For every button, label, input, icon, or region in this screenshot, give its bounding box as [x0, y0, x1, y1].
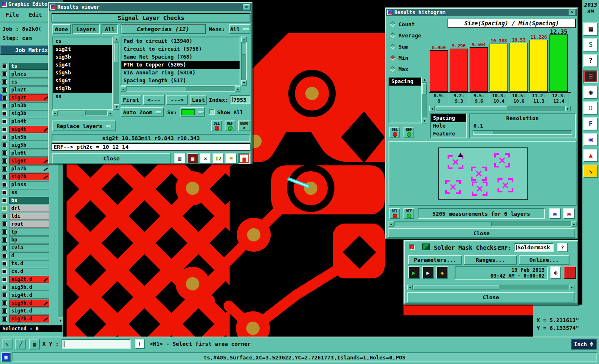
categories-list[interactable]: Pad to circuit (13940)Circuit to circuit… [121, 37, 240, 86]
measurement-type-list[interactable]: Spacing [389, 77, 422, 123]
layout-red-button[interactable]: ▣ [563, 208, 575, 219]
chart-scrollbar[interactable]: ◀▶ [429, 106, 571, 111]
erf-input[interactable]: Soldermask [514, 243, 554, 252]
layer-select-box[interactable] [2, 159, 7, 163]
del-button[interactable]: DEL [389, 127, 400, 138]
layer-row-sig5b.d[interactable]: sig5b.d [0, 299, 57, 307]
category-item[interactable]: Same Net Spacing (768) [121, 53, 240, 61]
histogram-bar[interactable] [490, 44, 508, 92]
undo-button[interactable]: UNDO ↺ [238, 121, 250, 131]
layer-row-sig7b[interactable]: sig7b [0, 173, 57, 181]
stat-min[interactable]: Min [389, 54, 421, 61]
scroll-right-icon[interactable]: ▶ [235, 86, 240, 92]
results-histogram-titlebar[interactable]: Results histogram × [386, 9, 577, 16]
scroll-track[interactable] [422, 82, 427, 118]
layer-select-box[interactable] [2, 269, 7, 274]
line-measure-button[interactable]: ╱ [15, 339, 26, 349]
sv-color-dropdown[interactable] [181, 107, 205, 117]
zoom-button[interactable]: ⊕ [550, 266, 561, 279]
scroll-thumb[interactable] [114, 43, 119, 62]
layer-row-bs[interactable]: bs [0, 197, 57, 204]
scroll-left-icon[interactable]: ◀ [407, 285, 413, 290]
category-item[interactable]: Circuit to circuit (5758) [121, 45, 240, 53]
scroll-track[interactable] [413, 285, 569, 290]
histogram-view-button[interactable]: ▅ [238, 153, 250, 164]
menu-file[interactable]: File [6, 12, 19, 22]
angle-tool-button[interactable]: ▲ [583, 149, 598, 162]
layer-row-tp[interactable]: tp [0, 228, 57, 236]
slider-thumb[interactable] [473, 131, 493, 134]
stat-sum[interactable]: Sum [389, 43, 421, 50]
scroll-left-icon[interactable]: ◀ [121, 86, 126, 92]
layer-item-cs[interactable]: cs [53, 37, 112, 45]
measure-field-item[interactable]: Feature [431, 130, 466, 138]
layer-item-sig6t[interactable]: sig6t [53, 77, 112, 85]
layer-item-sig5b[interactable]: sig5b [53, 69, 112, 77]
layer-select-box[interactable] [2, 127, 7, 132]
layer-select-box[interactable] [2, 103, 7, 108]
menu-edit[interactable]: Edit [29, 12, 42, 22]
layer-select-box[interactable] [2, 277, 7, 282]
layer-row-sig6t.d[interactable]: sig6t.d [0, 307, 57, 315]
scroll-left-icon[interactable]: ◀ [429, 106, 435, 111]
run-analysis-button[interactable]: ▶ [408, 266, 420, 279]
layer-select-box[interactable] [2, 261, 7, 266]
layer-row-pln7b[interactable]: pln7b [0, 165, 57, 173]
layer-select-box[interactable] [2, 151, 7, 155]
layer-row-cs.d[interactable]: cs.d [0, 268, 57, 275]
scroll-track[interactable] [126, 86, 235, 92]
layers-scrollbar[interactable]: ▲▼ [114, 37, 119, 110]
histogram-bar[interactable] [510, 43, 528, 92]
film-view-button[interactable]: ▦ [187, 153, 198, 164]
close-window-icon[interactable]: × [243, 4, 250, 10]
layer-select-box[interactable] [2, 238, 7, 242]
report-list-button[interactable]: ≡ [225, 153, 237, 164]
layer-select-box[interactable] [2, 80, 7, 84]
close-button[interactable]: Close [52, 153, 171, 164]
layer-row-rout[interactable]: rout [0, 220, 57, 228]
first-button[interactable]: First [121, 95, 141, 105]
histogram-bar[interactable] [470, 47, 488, 92]
scroll-right-icon[interactable]: ▶ [571, 221, 577, 227]
smooth-curve-button[interactable]: S [583, 38, 598, 52]
layer-row-bp[interactable]: bp [0, 236, 57, 244]
layer-row-sig4t.d[interactable]: sig4t.d [0, 291, 57, 299]
layer-select-box[interactable] [2, 230, 7, 234]
layer-select-box[interactable] [2, 309, 7, 313]
measure-field-item[interactable]: Spacing [431, 114, 466, 122]
scroll-right-icon[interactable]: ▶ [569, 285, 574, 290]
panel-hscrollbar[interactable]: ◀▶ [389, 221, 577, 227]
scroll-track[interactable] [241, 42, 247, 80]
scroll-thumb[interactable] [127, 87, 186, 91]
scroll-up-icon[interactable]: ▲ [422, 77, 427, 82]
layer-row-sig2t.d[interactable]: sig2t.d [0, 275, 57, 283]
layer-select-box[interactable] [2, 175, 7, 179]
layer-select-box[interactable] [2, 182, 7, 187]
measure-field-item[interactable]: Hole [431, 122, 466, 130]
color-levels-button[interactable]: ≡ [583, 70, 598, 83]
category-item[interactable]: Pad to circuit (13940) [121, 37, 240, 45]
alert-button[interactable]: ! [135, 339, 145, 349]
categories-hscrollbar[interactable]: ◀▶ [121, 86, 240, 92]
online-button[interactable]: Online... [519, 255, 569, 265]
layer-select-box[interactable] [2, 64, 7, 69]
layer-row-d[interactable]: d [0, 252, 57, 260]
category-item[interactable]: VIA Annular ring (5310) [121, 69, 240, 77]
layer-pair-button[interactable]: 12 [213, 153, 224, 164]
layer-select-box[interactable] [2, 190, 7, 195]
layer-row-ss[interactable]: ss [0, 189, 57, 197]
parameters-button[interactable]: Parameters... [408, 255, 462, 265]
layer-select-box[interactable] [2, 293, 7, 298]
layer-select-box[interactable] [2, 72, 7, 76]
scroll-track[interactable] [58, 111, 108, 116]
layer-row-ldi[interactable]: ldi [0, 212, 57, 220]
layer-item-sig2t[interactable]: sig2t [53, 45, 112, 53]
abort-button[interactable] [564, 266, 576, 279]
close-button[interactable]: Close [407, 292, 574, 303]
stat-max[interactable]: Max [389, 65, 421, 73]
replace-layers-dropdown[interactable]: Replace layers [52, 121, 116, 131]
layer-row-drl[interactable]: drl [0, 204, 57, 212]
layer-select-box[interactable] [2, 198, 7, 203]
layer-select-box[interactable] [2, 222, 7, 226]
index-input[interactable]: 7953 [230, 95, 250, 104]
